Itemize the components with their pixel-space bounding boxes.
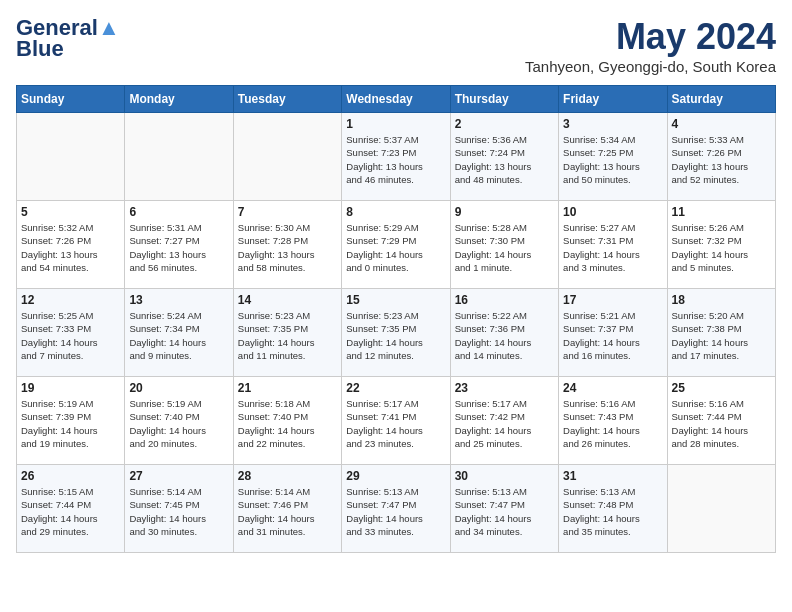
day-info: Sunrise: 5:21 AM Sunset: 7:37 PM Dayligh… (563, 309, 662, 362)
calendar-cell: 16Sunrise: 5:22 AM Sunset: 7:36 PM Dayli… (450, 289, 558, 377)
day-number: 24 (563, 381, 662, 395)
day-number: 18 (672, 293, 771, 307)
day-info: Sunrise: 5:28 AM Sunset: 7:30 PM Dayligh… (455, 221, 554, 274)
day-info: Sunrise: 5:20 AM Sunset: 7:38 PM Dayligh… (672, 309, 771, 362)
day-number: 15 (346, 293, 445, 307)
location: Tanhyeon, Gyeonggi-do, South Korea (525, 58, 776, 75)
day-number: 3 (563, 117, 662, 131)
day-info: Sunrise: 5:37 AM Sunset: 7:23 PM Dayligh… (346, 133, 445, 186)
day-info: Sunrise: 5:13 AM Sunset: 7:48 PM Dayligh… (563, 485, 662, 538)
calendar-cell: 4Sunrise: 5:33 AM Sunset: 7:26 PM Daylig… (667, 113, 775, 201)
calendar-cell: 28Sunrise: 5:14 AM Sunset: 7:46 PM Dayli… (233, 465, 341, 553)
calendar-cell: 5Sunrise: 5:32 AM Sunset: 7:26 PM Daylig… (17, 201, 125, 289)
title-block: May 2024 Tanhyeon, Gyeonggi-do, South Ko… (525, 16, 776, 75)
day-number: 26 (21, 469, 120, 483)
calendar-cell: 18Sunrise: 5:20 AM Sunset: 7:38 PM Dayli… (667, 289, 775, 377)
day-info: Sunrise: 5:14 AM Sunset: 7:46 PM Dayligh… (238, 485, 337, 538)
weekday-header: Friday (559, 86, 667, 113)
calendar-cell (17, 113, 125, 201)
day-info: Sunrise: 5:32 AM Sunset: 7:26 PM Dayligh… (21, 221, 120, 274)
day-number: 12 (21, 293, 120, 307)
day-info: Sunrise: 5:14 AM Sunset: 7:45 PM Dayligh… (129, 485, 228, 538)
logo: General▲ Blue (16, 16, 120, 62)
weekday-header: Wednesday (342, 86, 450, 113)
day-number: 16 (455, 293, 554, 307)
day-info: Sunrise: 5:17 AM Sunset: 7:42 PM Dayligh… (455, 397, 554, 450)
calendar-cell: 17Sunrise: 5:21 AM Sunset: 7:37 PM Dayli… (559, 289, 667, 377)
day-number: 23 (455, 381, 554, 395)
calendar-cell: 12Sunrise: 5:25 AM Sunset: 7:33 PM Dayli… (17, 289, 125, 377)
calendar-cell: 21Sunrise: 5:18 AM Sunset: 7:40 PM Dayli… (233, 377, 341, 465)
day-info: Sunrise: 5:16 AM Sunset: 7:44 PM Dayligh… (672, 397, 771, 450)
day-number: 9 (455, 205, 554, 219)
day-number: 14 (238, 293, 337, 307)
calendar-table: SundayMondayTuesdayWednesdayThursdayFrid… (16, 85, 776, 553)
calendar-cell: 8Sunrise: 5:29 AM Sunset: 7:29 PM Daylig… (342, 201, 450, 289)
day-number: 27 (129, 469, 228, 483)
day-info: Sunrise: 5:23 AM Sunset: 7:35 PM Dayligh… (238, 309, 337, 362)
calendar-cell: 9Sunrise: 5:28 AM Sunset: 7:30 PM Daylig… (450, 201, 558, 289)
day-number: 21 (238, 381, 337, 395)
day-info: Sunrise: 5:29 AM Sunset: 7:29 PM Dayligh… (346, 221, 445, 274)
day-number: 7 (238, 205, 337, 219)
day-number: 25 (672, 381, 771, 395)
day-number: 17 (563, 293, 662, 307)
calendar-cell (125, 113, 233, 201)
day-info: Sunrise: 5:18 AM Sunset: 7:40 PM Dayligh… (238, 397, 337, 450)
month-title: May 2024 (525, 16, 776, 58)
page-header: General▲ Blue May 2024 Tanhyeon, Gyeongg… (16, 16, 776, 75)
calendar-cell: 13Sunrise: 5:24 AM Sunset: 7:34 PM Dayli… (125, 289, 233, 377)
day-info: Sunrise: 5:23 AM Sunset: 7:35 PM Dayligh… (346, 309, 445, 362)
day-number: 31 (563, 469, 662, 483)
calendar-cell: 25Sunrise: 5:16 AM Sunset: 7:44 PM Dayli… (667, 377, 775, 465)
day-number: 10 (563, 205, 662, 219)
calendar-cell: 14Sunrise: 5:23 AM Sunset: 7:35 PM Dayli… (233, 289, 341, 377)
day-info: Sunrise: 5:13 AM Sunset: 7:47 PM Dayligh… (455, 485, 554, 538)
day-number: 2 (455, 117, 554, 131)
day-number: 30 (455, 469, 554, 483)
day-info: Sunrise: 5:17 AM Sunset: 7:41 PM Dayligh… (346, 397, 445, 450)
calendar-cell: 24Sunrise: 5:16 AM Sunset: 7:43 PM Dayli… (559, 377, 667, 465)
calendar-cell: 31Sunrise: 5:13 AM Sunset: 7:48 PM Dayli… (559, 465, 667, 553)
calendar-cell: 1Sunrise: 5:37 AM Sunset: 7:23 PM Daylig… (342, 113, 450, 201)
day-info: Sunrise: 5:19 AM Sunset: 7:39 PM Dayligh… (21, 397, 120, 450)
day-number: 4 (672, 117, 771, 131)
weekday-header: Thursday (450, 86, 558, 113)
calendar-cell: 27Sunrise: 5:14 AM Sunset: 7:45 PM Dayli… (125, 465, 233, 553)
calendar-cell: 22Sunrise: 5:17 AM Sunset: 7:41 PM Dayli… (342, 377, 450, 465)
day-info: Sunrise: 5:33 AM Sunset: 7:26 PM Dayligh… (672, 133, 771, 186)
calendar-cell: 2Sunrise: 5:36 AM Sunset: 7:24 PM Daylig… (450, 113, 558, 201)
weekday-header: Tuesday (233, 86, 341, 113)
weekday-header: Sunday (17, 86, 125, 113)
day-info: Sunrise: 5:13 AM Sunset: 7:47 PM Dayligh… (346, 485, 445, 538)
day-info: Sunrise: 5:15 AM Sunset: 7:44 PM Dayligh… (21, 485, 120, 538)
day-info: Sunrise: 5:30 AM Sunset: 7:28 PM Dayligh… (238, 221, 337, 274)
calendar-cell: 29Sunrise: 5:13 AM Sunset: 7:47 PM Dayli… (342, 465, 450, 553)
day-number: 5 (21, 205, 120, 219)
calendar-cell: 23Sunrise: 5:17 AM Sunset: 7:42 PM Dayli… (450, 377, 558, 465)
day-number: 19 (21, 381, 120, 395)
day-info: Sunrise: 5:31 AM Sunset: 7:27 PM Dayligh… (129, 221, 228, 274)
weekday-header: Saturday (667, 86, 775, 113)
calendar-cell: 3Sunrise: 5:34 AM Sunset: 7:25 PM Daylig… (559, 113, 667, 201)
day-number: 11 (672, 205, 771, 219)
day-number: 28 (238, 469, 337, 483)
day-info: Sunrise: 5:26 AM Sunset: 7:32 PM Dayligh… (672, 221, 771, 274)
calendar-cell: 30Sunrise: 5:13 AM Sunset: 7:47 PM Dayli… (450, 465, 558, 553)
day-info: Sunrise: 5:27 AM Sunset: 7:31 PM Dayligh… (563, 221, 662, 274)
calendar-cell: 11Sunrise: 5:26 AM Sunset: 7:32 PM Dayli… (667, 201, 775, 289)
logo-blue: Blue (16, 36, 64, 62)
day-info: Sunrise: 5:16 AM Sunset: 7:43 PM Dayligh… (563, 397, 662, 450)
day-number: 22 (346, 381, 445, 395)
calendar-cell: 7Sunrise: 5:30 AM Sunset: 7:28 PM Daylig… (233, 201, 341, 289)
day-info: Sunrise: 5:19 AM Sunset: 7:40 PM Dayligh… (129, 397, 228, 450)
calendar-cell: 15Sunrise: 5:23 AM Sunset: 7:35 PM Dayli… (342, 289, 450, 377)
calendar-cell: 26Sunrise: 5:15 AM Sunset: 7:44 PM Dayli… (17, 465, 125, 553)
day-number: 8 (346, 205, 445, 219)
day-info: Sunrise: 5:34 AM Sunset: 7:25 PM Dayligh… (563, 133, 662, 186)
day-info: Sunrise: 5:36 AM Sunset: 7:24 PM Dayligh… (455, 133, 554, 186)
day-number: 1 (346, 117, 445, 131)
calendar-cell: 20Sunrise: 5:19 AM Sunset: 7:40 PM Dayli… (125, 377, 233, 465)
calendar-cell: 10Sunrise: 5:27 AM Sunset: 7:31 PM Dayli… (559, 201, 667, 289)
day-info: Sunrise: 5:25 AM Sunset: 7:33 PM Dayligh… (21, 309, 120, 362)
